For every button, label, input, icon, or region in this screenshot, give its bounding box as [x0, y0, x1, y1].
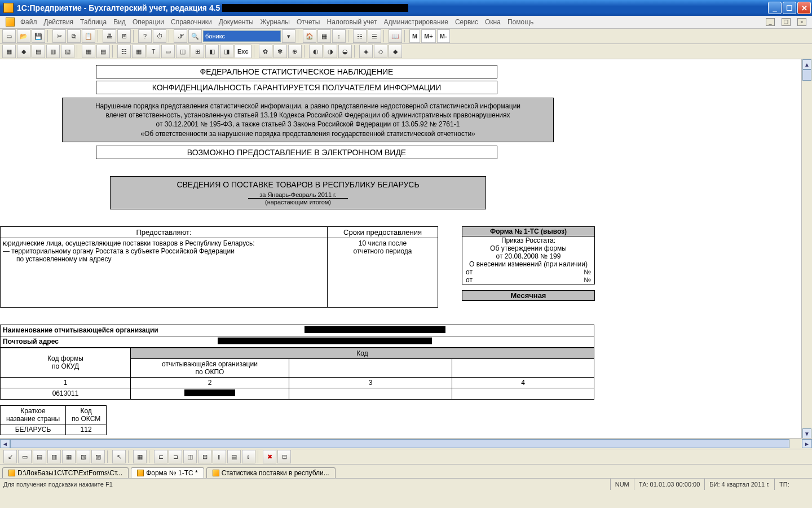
- ts-btn-1[interactable]: ↙: [3, 450, 17, 463]
- tb2-btn-4[interactable]: ▥: [46, 45, 60, 58]
- tb2-btn-7[interactable]: ▤: [96, 45, 110, 58]
- tb2-btn-13[interactable]: ⊞: [191, 45, 204, 58]
- tb2-btn-20[interactable]: ◑: [324, 45, 337, 58]
- menu-help[interactable]: Помощь: [508, 18, 533, 26]
- maximize-button[interactable]: ☐: [783, 2, 796, 14]
- menu-documents[interactable]: Документы: [219, 18, 254, 26]
- print-preview-button[interactable]: 🖹: [117, 29, 131, 43]
- list-button[interactable]: ☰: [368, 29, 381, 43]
- minimize-button[interactable]: _: [768, 2, 782, 14]
- mdi-restore-button[interactable]: ❐: [782, 18, 791, 26]
- ts-btn-8[interactable]: ▦: [133, 450, 147, 463]
- menu-journals[interactable]: Журналы: [261, 18, 290, 26]
- tb2-btn-22[interactable]: ◈: [359, 45, 373, 58]
- search-input[interactable]: боникс: [203, 30, 281, 42]
- tab-statistics[interactable]: Статистика поставки в республи...: [206, 467, 336, 478]
- tb2-btn-8[interactable]: ☷: [117, 45, 131, 58]
- book-button[interactable]: 📖: [389, 29, 402, 43]
- search-dropdown-button[interactable]: ▾: [282, 29, 295, 43]
- ts-btn-9[interactable]: ⊏: [154, 450, 167, 463]
- tb2-btn-3[interactable]: ▤: [32, 45, 45, 58]
- paste-button[interactable]: 📋: [82, 29, 95, 43]
- ts-btn-4[interactable]: ▥: [47, 450, 61, 463]
- tb2-btn-21[interactable]: ◒: [338, 45, 352, 58]
- menu-service[interactable]: Сервис: [455, 18, 478, 26]
- history-button[interactable]: ⏱: [153, 29, 166, 43]
- ts-btn-2[interactable]: ▭: [18, 450, 32, 463]
- menu-windows[interactable]: Окна: [485, 18, 501, 26]
- tb2-btn-16[interactable]: ✿: [259, 45, 272, 58]
- tab-form-1ts[interactable]: Форма № 1-ТС *: [131, 467, 204, 478]
- tb2-btn-11[interactable]: ▭: [161, 45, 175, 58]
- tb2-btn-23[interactable]: ◇: [374, 45, 387, 58]
- ts-btn-13[interactable]: ⫿: [213, 450, 226, 463]
- scroll-left-icon[interactable]: ◄: [0, 439, 10, 448]
- scroll-thumb-v[interactable]: [802, 69, 811, 81]
- tab-extforms[interactable]: D:\ЛокБазы1С\ТСТ\ExtForms\Ст...: [2, 467, 129, 478]
- ts-btn-16[interactable]: ⊟: [277, 450, 291, 463]
- ts-btn-15[interactable]: ⫾: [242, 450, 255, 463]
- open-file-button[interactable]: 📂: [17, 29, 30, 43]
- scroll-down-icon[interactable]: ▼: [802, 428, 811, 439]
- tb2-btn-14[interactable]: ◧: [205, 45, 219, 58]
- copy-button[interactable]: ⧉: [67, 29, 81, 43]
- mdi-close-button[interactable]: ×: [797, 18, 806, 26]
- menu-file[interactable]: Файл: [20, 18, 37, 26]
- vertical-scrollbar[interactable]: ▲ ▼: [801, 59, 812, 439]
- mdi-minimize-button[interactable]: _: [766, 18, 775, 26]
- close-button[interactable]: ✕: [797, 2, 811, 14]
- menu-tax[interactable]: Налоговый учет: [326, 18, 377, 26]
- scroll-right-icon[interactable]: ►: [802, 439, 812, 448]
- filter-button[interactable]: ▦: [317, 29, 331, 43]
- tb2-btn-6[interactable]: ▦: [82, 45, 95, 58]
- menu-view[interactable]: Вид: [113, 18, 126, 26]
- tb2-btn-19[interactable]: ◐: [309, 45, 323, 58]
- tb2-btn-exc[interactable]: Exc: [235, 45, 251, 58]
- ts-btn-10[interactable]: ⊐: [169, 450, 182, 463]
- cut-button[interactable]: ✂: [52, 29, 66, 43]
- tb2-btn-18[interactable]: ⊕: [288, 45, 302, 58]
- tb2-btn-15[interactable]: ◨: [220, 45, 233, 58]
- memory-m-button[interactable]: M: [409, 29, 420, 43]
- help-button[interactable]: ?: [138, 29, 152, 43]
- save-button[interactable]: 💾: [32, 29, 45, 43]
- tb2-btn-24[interactable]: ◆: [389, 45, 402, 58]
- menu-actions[interactable]: Действия: [44, 18, 74, 26]
- ts-pointer-button[interactable]: ↖: [112, 450, 126, 463]
- ts-btn-3[interactable]: ▤: [33, 450, 46, 463]
- ts-btn-14[interactable]: ▤: [227, 450, 241, 463]
- menu-admin[interactable]: Администрирование: [383, 18, 448, 26]
- scroll-thumb-h[interactable]: [10, 439, 789, 448]
- memory-mplus-button[interactable]: M+: [421, 29, 436, 43]
- home-button[interactable]: 🏠: [303, 29, 316, 43]
- ts-delete-button[interactable]: ✖: [263, 450, 276, 463]
- tb2-btn-9[interactable]: ▦: [132, 45, 145, 58]
- tb2-btn-2[interactable]: ◆: [17, 45, 30, 58]
- tb2-btn-10[interactable]: T: [147, 45, 160, 58]
- ts-btn-6[interactable]: ▧: [77, 450, 90, 463]
- tb2-btn-5[interactable]: ▧: [61, 45, 74, 58]
- find-icon-button[interactable]: 🔍: [188, 29, 202, 43]
- ts-btn-5[interactable]: ▦: [62, 450, 76, 463]
- form-header: Форма № 1-ТС (вывоз): [462, 227, 594, 237]
- menu-table[interactable]: Таблица: [80, 18, 107, 26]
- tree-button[interactable]: ☷: [353, 29, 367, 43]
- menu-operations[interactable]: Операции: [133, 18, 164, 26]
- tb2-btn-1[interactable]: ▦: [2, 45, 16, 58]
- scroll-up-icon[interactable]: ▲: [802, 59, 811, 69]
- ts-btn-12[interactable]: ⊞: [198, 450, 211, 463]
- print-button[interactable]: 🖶: [103, 29, 116, 43]
- menu-references[interactable]: Справочники: [171, 18, 212, 26]
- ts-btn-11[interactable]: ◫: [183, 450, 197, 463]
- memory-mminus-button[interactable]: M-: [437, 29, 450, 43]
- horizontal-scrollbar[interactable]: ◄ ►: [0, 438, 812, 449]
- attach-button[interactable]: 🖇: [174, 29, 187, 43]
- sort-button[interactable]: ↕: [332, 29, 346, 43]
- tb2-btn-12[interactable]: ◫: [176, 45, 189, 58]
- new-file-button[interactable]: ▭: [2, 29, 16, 43]
- tb2-btn-17[interactable]: ✾: [273, 45, 287, 58]
- report-period-sub: (нарастающим итогом): [111, 199, 486, 205]
- ts-btn-7[interactable]: ▨: [91, 450, 105, 463]
- submit-who-l3: по установленному им адресу: [3, 255, 325, 263]
- menu-reports[interactable]: Отчеты: [297, 18, 320, 26]
